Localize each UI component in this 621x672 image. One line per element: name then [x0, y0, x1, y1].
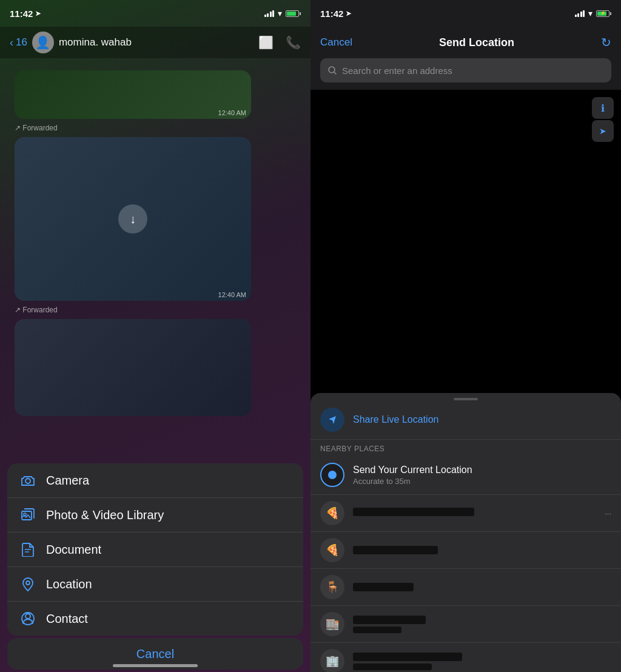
message-time-2: 12:40 AM [218, 291, 246, 298]
video-call-icon[interactable]: ⬜ [258, 35, 274, 50]
svg-point-5 [26, 581, 30, 585]
map-controls: ℹ ➤ [592, 97, 614, 142]
info-icon: ℹ [601, 102, 605, 114]
signal-icon-right [575, 10, 585, 17]
action-photo-video[interactable]: Photo & Video Library [7, 498, 303, 533]
message-bubble-3 [15, 319, 251, 416]
time-left: 11:42 ➤ [10, 8, 41, 19]
nearby-icon-3: 🪑 [320, 575, 344, 599]
time-display-left: 11:42 [10, 8, 33, 19]
signal-icon-left [264, 10, 275, 17]
action-sheet: Camera Photo & Video Library [7, 463, 303, 636]
forwarded-label-1: ↗ Forwarded [15, 124, 58, 132]
document-label: Document [46, 543, 101, 557]
nearby-name-3 [353, 583, 414, 591]
nearby-item-3[interactable]: 🪑 [310, 569, 621, 606]
back-chevron-icon: ‹ [10, 36, 13, 49]
message-bubble-1: 12:40 AM [15, 70, 251, 119]
bottom-sheet: Share Live Location NEARBY PLACES Send Y… [310, 393, 621, 672]
current-location-icon [320, 463, 344, 487]
forwarded-label-2: ↗ Forwarded [15, 306, 58, 314]
left-panel: 11:42 ➤ ▾ ‹ 16 👤 [0, 0, 310, 672]
nearby-name-5 [353, 653, 462, 661]
back-count: 16 [16, 36, 27, 49]
location-icon [19, 576, 36, 593]
photo-video-label: Photo & Video Library [46, 508, 164, 522]
cancel-label: Cancel [136, 647, 174, 661]
contact-icon [19, 610, 36, 627]
navigate-icon: ➤ [599, 126, 606, 136]
status-icons-left: ▾ [264, 8, 301, 18]
wifi-icon-right: ▾ [588, 8, 592, 18]
search-bar[interactable]: Search or enter an address [320, 58, 611, 82]
live-location-icon [320, 408, 344, 432]
action-location[interactable]: Location [7, 567, 303, 602]
contact-info[interactable]: 👤 momina. wahab [32, 32, 132, 53]
right-panel: 11:42 ➤ ▾ ⚡ Cancel Send Location ↻ [310, 0, 621, 672]
current-location-label: Send Your Current Location [353, 465, 611, 475]
contact-label: Contact [46, 612, 88, 626]
nearby-item-4[interactable]: 🏬 [310, 606, 621, 643]
nearby-dots-1: ··· [605, 509, 611, 518]
nearby-item-5[interactable]: 🏢 [310, 643, 621, 672]
cancel-button[interactable]: Cancel [320, 36, 352, 49]
nearby-item-2[interactable]: 🍕 [310, 532, 621, 569]
nearby-icon-1: 🍕 [320, 501, 344, 525]
time-right: 11:42 ➤ [320, 8, 351, 19]
nearby-icon-2: 🍕 [320, 538, 344, 562]
live-location-text: Share Live Location [353, 414, 611, 425]
action-document[interactable]: Document [7, 533, 303, 567]
nav-bar-left: ‹ 16 👤 momina. wahab ⬜ 📞 [0, 27, 310, 58]
nearby-icon-5: 🏢 [320, 649, 344, 672]
status-bar-left: 11:42 ➤ ▾ [0, 0, 310, 27]
nearby-icon-4: 🏬 [320, 612, 344, 636]
nearby-name-4 [353, 616, 426, 624]
status-bar-right: 11:42 ➤ ▾ ⚡ [310, 0, 621, 27]
camera-icon [19, 472, 36, 489]
current-location-subtitle: Accurate to 35m [353, 477, 611, 486]
map-location-button[interactable]: ➤ [592, 120, 614, 142]
document-icon [19, 541, 36, 558]
nearby-name-1 [353, 508, 474, 516]
svg-point-6 [25, 614, 30, 619]
download-button[interactable]: ↓ [118, 204, 147, 234]
wifi-icon-left: ▾ [278, 8, 282, 18]
avatar: 👤 [32, 32, 54, 53]
message-bubble-2: ↓ 12:40 AM [15, 137, 251, 301]
camera-label: Camera [46, 474, 89, 488]
live-location-label: Share Live Location [353, 414, 611, 425]
map-display [310, 90, 621, 405]
nav-title: Send Location [439, 36, 514, 49]
location-arrow-right: ➤ [346, 10, 351, 18]
nearby-name-2 [353, 546, 438, 554]
action-contact[interactable]: Contact [7, 602, 303, 636]
status-icons-right: ▾ ⚡ [575, 8, 612, 18]
map-info-button[interactable]: ℹ [592, 97, 614, 119]
svg-rect-1 [22, 511, 32, 520]
nearby-address-5 [353, 664, 432, 670]
share-live-location-item[interactable]: Share Live Location [310, 400, 621, 440]
nearby-item-1[interactable]: 🍕 ··· [310, 495, 621, 532]
current-location-text: Send Your Current Location Accurate to 3… [353, 465, 611, 486]
contact-name: momina. wahab [59, 36, 132, 49]
search-icon [327, 66, 337, 75]
back-button[interactable]: ‹ 16 [10, 36, 27, 49]
current-location-item[interactable]: Send Your Current Location Accurate to 3… [310, 455, 621, 495]
svg-point-0 [25, 479, 30, 483]
home-indicator-left [113, 664, 198, 667]
nav-bar-right: Cancel Send Location ↻ [310, 27, 621, 58]
photo-library-icon [19, 506, 36, 523]
map-area[interactable] [310, 90, 621, 405]
nav-actions: ⬜ 📞 [258, 35, 301, 50]
refresh-button[interactable]: ↻ [601, 35, 611, 50]
message-time-1: 12:40 AM [218, 109, 246, 116]
search-placeholder: Search or enter an address [342, 66, 452, 76]
nearby-section-header: NEARBY PLACES [310, 440, 621, 455]
svg-line-9 [334, 72, 337, 75]
phone-icon[interactable]: 📞 [286, 35, 301, 50]
nearby-address-4 [353, 627, 401, 633]
action-camera[interactable]: Camera [7, 463, 303, 498]
location-label: Location [46, 577, 92, 591]
location-arrow-left: ➤ [35, 10, 41, 18]
battery-icon-right: ⚡ [596, 10, 611, 17]
